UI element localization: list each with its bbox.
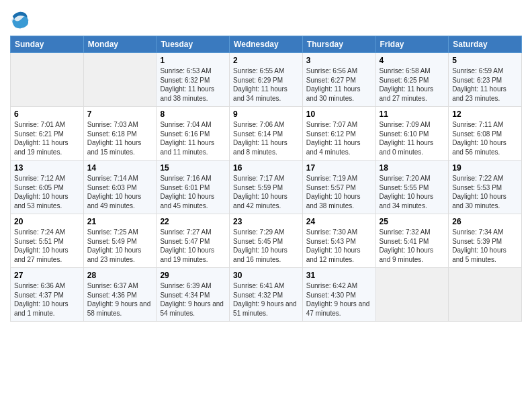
day-number: 12 [452, 109, 518, 119]
week-row-1: 1Sunrise: 6:53 AMSunset: 6:32 PMDaylight… [11, 53, 522, 107]
weekday-header-saturday: Saturday [449, 36, 522, 53]
day-cell: 26Sunrise: 7:34 AMSunset: 5:39 PMDayligh… [449, 214, 522, 268]
day-cell: 9Sunrise: 7:06 AMSunset: 6:14 PMDaylight… [230, 107, 303, 161]
day-info: Sunrise: 6:41 AMSunset: 4:32 PMDaylight:… [233, 281, 299, 318]
day-number: 31 [306, 271, 372, 280]
day-info: Sunrise: 7:17 AMSunset: 5:59 PMDaylight:… [233, 174, 299, 210]
day-number: 5 [452, 56, 518, 65]
week-row-2: 6Sunrise: 7:01 AMSunset: 6:21 PMDaylight… [11, 107, 522, 161]
day-number: 15 [160, 163, 226, 173]
day-cell: 15Sunrise: 7:16 AMSunset: 6:01 PMDayligh… [157, 161, 230, 214]
day-cell: 13Sunrise: 7:12 AMSunset: 6:05 PMDayligh… [11, 161, 84, 214]
day-number: 19 [452, 163, 518, 173]
day-number: 26 [452, 217, 518, 226]
day-cell: 28Sunrise: 6:37 AMSunset: 4:36 PMDayligh… [83, 268, 157, 322]
day-cell: 23Sunrise: 7:29 AMSunset: 5:45 PMDayligh… [230, 214, 303, 268]
day-number: 11 [380, 109, 445, 119]
day-cell: 14Sunrise: 7:14 AMSunset: 6:03 PMDayligh… [83, 161, 157, 214]
weekday-header-sunday: Sunday [11, 36, 84, 53]
day-cell: 5Sunrise: 6:59 AMSunset: 6:23 PMDaylight… [449, 53, 522, 107]
calendar-table: SundayMondayTuesdayWednesdayThursdayFrid… [10, 36, 522, 322]
day-number: 13 [14, 163, 80, 173]
day-cell: 21Sunrise: 7:25 AMSunset: 5:49 PMDayligh… [83, 214, 157, 268]
day-info: Sunrise: 7:29 AMSunset: 5:45 PMDaylight:… [233, 228, 299, 264]
day-cell: 17Sunrise: 7:19 AMSunset: 5:57 PMDayligh… [302, 161, 375, 214]
day-cell: 24Sunrise: 7:30 AMSunset: 5:43 PMDayligh… [302, 214, 375, 268]
day-info: Sunrise: 7:24 AMSunset: 5:51 PMDaylight:… [14, 228, 80, 264]
day-info: Sunrise: 6:55 AMSunset: 6:29 PMDaylight:… [233, 66, 299, 103]
day-cell: 25Sunrise: 7:32 AMSunset: 5:41 PMDayligh… [375, 214, 449, 268]
day-info: Sunrise: 7:20 AMSunset: 5:55 PMDaylight:… [380, 174, 445, 210]
weekday-header-tuesday: Tuesday [157, 36, 230, 53]
day-number: 16 [233, 163, 299, 173]
day-number: 18 [380, 163, 445, 173]
day-cell: 20Sunrise: 7:24 AMSunset: 5:51 PMDayligh… [11, 214, 84, 268]
day-cell: 4Sunrise: 6:58 AMSunset: 6:25 PMDaylight… [375, 53, 449, 107]
week-row-3: 13Sunrise: 7:12 AMSunset: 6:05 PMDayligh… [11, 161, 522, 214]
day-info: Sunrise: 7:25 AMSunset: 5:49 PMDaylight:… [87, 228, 153, 264]
day-info: Sunrise: 7:11 AMSunset: 6:08 PMDaylight:… [452, 120, 518, 156]
day-cell: 18Sunrise: 7:20 AMSunset: 5:55 PMDayligh… [375, 161, 449, 214]
day-info: Sunrise: 7:22 AMSunset: 5:53 PMDaylight:… [452, 174, 518, 210]
day-cell: 8Sunrise: 7:04 AMSunset: 6:16 PMDaylight… [157, 107, 230, 161]
day-number: 23 [233, 217, 299, 226]
day-cell: 22Sunrise: 7:27 AMSunset: 5:47 PMDayligh… [157, 214, 230, 268]
weekday-header-friday: Friday [375, 36, 449, 53]
day-info: Sunrise: 6:58 AMSunset: 6:25 PMDaylight:… [380, 66, 445, 103]
weekday-header-thursday: Thursday [302, 36, 375, 53]
day-cell: 6Sunrise: 7:01 AMSunset: 6:21 PMDaylight… [11, 107, 84, 161]
day-number: 17 [306, 163, 372, 173]
weekday-header-wednesday: Wednesday [230, 36, 303, 53]
day-cell: 16Sunrise: 7:17 AMSunset: 5:59 PMDayligh… [230, 161, 303, 214]
day-number: 20 [14, 217, 80, 226]
day-cell: 11Sunrise: 7:09 AMSunset: 6:10 PMDayligh… [375, 107, 449, 161]
day-number: 28 [87, 271, 153, 280]
day-info: Sunrise: 7:03 AMSunset: 6:18 PMDaylight:… [87, 120, 153, 156]
week-row-4: 20Sunrise: 7:24 AMSunset: 5:51 PMDayligh… [11, 214, 522, 268]
day-info: Sunrise: 6:53 AMSunset: 6:32 PMDaylight:… [160, 66, 226, 103]
day-number: 9 [233, 109, 299, 119]
day-info: Sunrise: 7:04 AMSunset: 6:16 PMDaylight:… [160, 120, 226, 156]
day-info: Sunrise: 6:36 AMSunset: 4:37 PMDaylight:… [14, 281, 80, 318]
day-info: Sunrise: 7:16 AMSunset: 6:01 PMDaylight:… [160, 174, 226, 210]
day-number: 6 [14, 109, 80, 119]
day-info: Sunrise: 7:27 AMSunset: 5:47 PMDaylight:… [160, 228, 226, 264]
day-info: Sunrise: 7:01 AMSunset: 6:21 PMDaylight:… [14, 120, 80, 156]
day-number: 10 [306, 109, 372, 119]
weekday-header-monday: Monday [83, 36, 157, 53]
day-info: Sunrise: 7:30 AMSunset: 5:43 PMDaylight:… [306, 228, 372, 264]
day-number: 21 [87, 217, 153, 226]
day-number: 7 [87, 109, 153, 119]
day-number: 25 [380, 217, 445, 226]
day-number: 14 [87, 163, 153, 173]
day-number: 29 [160, 271, 226, 280]
day-number: 4 [380, 56, 445, 65]
day-cell: 30Sunrise: 6:41 AMSunset: 4:32 PMDayligh… [230, 268, 303, 322]
day-info: Sunrise: 7:06 AMSunset: 6:14 PMDaylight:… [233, 120, 299, 156]
week-row-5: 27Sunrise: 6:36 AMSunset: 4:37 PMDayligh… [11, 268, 522, 322]
day-cell: 10Sunrise: 7:07 AMSunset: 6:12 PMDayligh… [302, 107, 375, 161]
day-info: Sunrise: 7:07 AMSunset: 6:12 PMDaylight:… [306, 120, 372, 156]
day-cell: 29Sunrise: 6:39 AMSunset: 4:34 PMDayligh… [157, 268, 230, 322]
day-cell: 7Sunrise: 7:03 AMSunset: 6:18 PMDaylight… [83, 107, 157, 161]
day-cell: 31Sunrise: 6:42 AMSunset: 4:30 PMDayligh… [302, 268, 375, 322]
day-cell: 19Sunrise: 7:22 AMSunset: 5:53 PMDayligh… [449, 161, 522, 214]
day-cell: 1Sunrise: 6:53 AMSunset: 6:32 PMDaylight… [157, 53, 230, 107]
day-number: 24 [306, 217, 372, 226]
day-cell [449, 268, 522, 322]
page: SundayMondayTuesdayWednesdayThursdayFrid… [0, 0, 532, 332]
weekday-header-row: SundayMondayTuesdayWednesdayThursdayFrid… [11, 36, 522, 53]
day-cell: 2Sunrise: 6:55 AMSunset: 6:29 PMDaylight… [230, 53, 303, 107]
day-info: Sunrise: 6:59 AMSunset: 6:23 PMDaylight:… [452, 66, 518, 103]
day-info: Sunrise: 7:34 AMSunset: 5:39 PMDaylight:… [452, 228, 518, 264]
day-info: Sunrise: 6:42 AMSunset: 4:30 PMDaylight:… [306, 281, 372, 318]
day-info: Sunrise: 7:19 AMSunset: 5:57 PMDaylight:… [306, 174, 372, 210]
day-number: 2 [233, 56, 299, 65]
day-info: Sunrise: 6:56 AMSunset: 6:27 PMDaylight:… [306, 66, 372, 103]
day-cell [11, 53, 84, 107]
day-cell: 12Sunrise: 7:11 AMSunset: 6:08 PMDayligh… [449, 107, 522, 161]
day-info: Sunrise: 7:12 AMSunset: 6:05 PMDaylight:… [14, 174, 80, 210]
day-number: 30 [233, 271, 299, 280]
day-info: Sunrise: 7:09 AMSunset: 6:10 PMDaylight:… [380, 120, 445, 156]
day-number: 22 [160, 217, 226, 226]
